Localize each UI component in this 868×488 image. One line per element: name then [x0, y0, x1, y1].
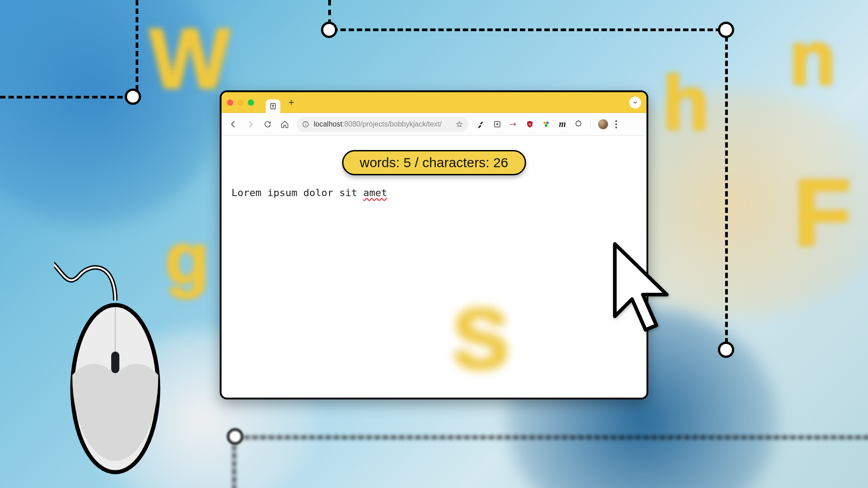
text-misspelled: amet: [363, 187, 387, 198]
chars-value: 26: [493, 155, 508, 170]
extensions-area: u m: [476, 119, 617, 129]
extension-ublock[interactable]: u: [525, 120, 534, 129]
toolbar-divider: [590, 120, 591, 129]
home-button[interactable]: [279, 119, 290, 130]
deco-handle: [125, 89, 141, 105]
star-icon: [456, 121, 463, 128]
deco-handle: [718, 342, 734, 358]
home-icon: [281, 120, 289, 128]
svg-rect-5: [305, 124, 306, 126]
extension-save-page[interactable]: [493, 120, 502, 129]
info-icon: [302, 121, 309, 128]
dot-icon: [615, 120, 617, 122]
reload-button[interactable]: [262, 119, 273, 130]
deco-dashed-line: [328, 0, 331, 25]
reload-icon: [264, 120, 272, 128]
right-arrow-icon: [509, 122, 518, 127]
svg-point-9: [543, 122, 546, 124]
deco-dashed-line: [244, 436, 868, 439]
editor-text[interactable]: Lorem ipsum dolor sit amet: [231, 187, 387, 198]
bg-letter-F: F: [793, 158, 851, 267]
letter-m-icon: m: [559, 119, 566, 129]
words-value: 5: [403, 155, 411, 170]
text-content: Lorem ipsum dolor sit: [231, 187, 363, 198]
save-page-icon: [493, 120, 501, 128]
extension-eyedropper[interactable]: [476, 120, 486, 129]
eyedropper-icon: [477, 120, 485, 128]
titlebar: +: [222, 92, 646, 113]
browser-window: + localhost:8080/projects/bobbykjack/tex…: [220, 90, 648, 399]
url-host: localhost: [314, 120, 342, 128]
extension-puzzle-color[interactable]: [542, 120, 551, 129]
text-file-icon: [269, 103, 277, 110]
bg-letter-h: h: [662, 59, 709, 147]
svg-point-11: [545, 124, 547, 127]
minimize-window-button[interactable]: [237, 99, 244, 106]
svg-rect-1: [111, 352, 119, 373]
svg-text:u: u: [529, 122, 531, 126]
stats-separator: /: [415, 155, 418, 170]
mouse-illustration: [54, 172, 172, 488]
arrow-left-icon: [229, 120, 237, 128]
extension-arrow[interactable]: [509, 120, 518, 129]
deco-dashed-line: [332, 28, 721, 31]
collapse-tabs-button[interactable]: [629, 97, 641, 108]
puzzle-color-icon: [542, 120, 550, 128]
chevron-down-icon: [632, 100, 638, 105]
deco-handle: [227, 428, 243, 445]
dot-icon: [615, 123, 617, 125]
browser-toolbar: localhost:8080/projects/bobbykjack/text/…: [222, 113, 646, 136]
profile-avatar[interactable]: [598, 119, 608, 129]
window-controls: [227, 99, 254, 106]
address-bar[interactable]: localhost:8080/projects/bobbykjack/text/: [297, 117, 468, 132]
maximize-window-button[interactable]: [248, 99, 254, 106]
bookmark-button[interactable]: [456, 121, 463, 128]
deco-handle: [718, 22, 734, 38]
deco-dashed-line: [136, 0, 138, 90]
extensions-menu-button[interactable]: [574, 120, 583, 129]
word-count-badge: words: 5 / characters: 26: [342, 150, 526, 175]
bg-letter-n: n: [789, 14, 836, 102]
close-window-button[interactable]: [227, 99, 233, 106]
bg-letter-W: W: [149, 9, 230, 108]
page-content: words: 5 / characters: 26 Lorem ipsum do…: [222, 136, 646, 398]
extension-m[interactable]: m: [558, 120, 567, 129]
svg-point-10: [546, 122, 549, 124]
shield-icon: u: [526, 120, 534, 128]
deco-dashed-line: [725, 36, 728, 343]
deco-handle: [321, 22, 337, 38]
svg-point-4: [305, 122, 306, 123]
arrow-right-icon: [246, 120, 255, 128]
new-tab-button[interactable]: +: [288, 98, 294, 108]
site-info-icon[interactable]: [302, 121, 309, 128]
words-label: words:: [360, 155, 400, 170]
bg-letter-S: S: [452, 289, 509, 388]
svg-rect-6: [480, 121, 483, 124]
url-text: localhost:8080/projects/bobbykjack/text/: [314, 120, 451, 128]
browser-tab[interactable]: [266, 99, 280, 113]
puzzle-icon: [575, 120, 583, 128]
deco-dashed-line: [0, 96, 131, 99]
cursor-arrow-illustration: [610, 239, 678, 345]
url-path: :8080/projects/bobbykjack/text/: [342, 120, 442, 128]
back-button[interactable]: [228, 119, 239, 130]
browser-menu-button[interactable]: [615, 120, 617, 128]
chars-label: characters:: [422, 155, 489, 170]
deco-dashed-line: [233, 445, 236, 488]
dot-icon: [615, 127, 617, 128]
forward-button[interactable]: [245, 119, 256, 130]
